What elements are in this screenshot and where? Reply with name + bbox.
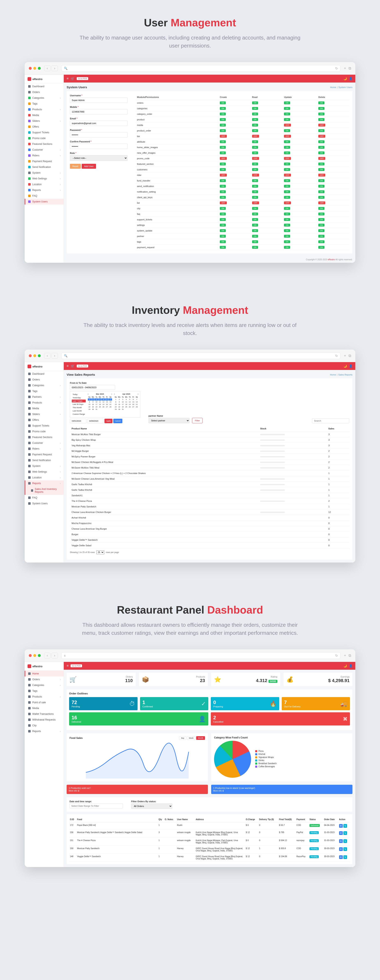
perm-toggle[interactable]: ON — [284, 213, 290, 215]
date-input[interactable] — [70, 385, 115, 390]
view-icon[interactable]: 👁 — [339, 824, 343, 828]
perm-toggle[interactable]: ON — [284, 140, 290, 143]
forward-button[interactable]: › — [51, 653, 58, 659]
chart-tab[interactable]: Day — [179, 736, 186, 740]
calendar-day[interactable]: 26 — [128, 406, 131, 408]
calendar-day[interactable]: 9 — [91, 401, 95, 403]
calendar-day[interactable]: 12 — [128, 401, 131, 403]
perm-toggle[interactable]: ON — [284, 113, 290, 115]
edit-icon[interactable]: ✎ — [343, 839, 347, 843]
sidebar-item[interactable]: Web Settings› — [25, 176, 64, 181]
edit-icon[interactable]: ✎ — [343, 855, 347, 859]
perm-toggle[interactable]: ON — [318, 218, 324, 221]
calendar-day[interactable]: 29 — [88, 408, 91, 410]
sidebar-item[interactable]: Withdrawal Requests — [25, 717, 64, 722]
sidebar-item[interactable]: Home — [25, 671, 64, 676]
perm-toggle[interactable]: ON — [318, 207, 324, 210]
calendar-day[interactable]: 6 — [132, 398, 135, 401]
sidebar-item[interactable]: Products› — [25, 694, 64, 700]
date-range-preset[interactable]: Last 7 Days — [72, 399, 86, 402]
refresh-icon[interactable]: ↻ — [335, 67, 338, 70]
sidebar-item[interactable]: Send Notification — [25, 164, 64, 170]
perm-toggle[interactable]: OFF — [284, 173, 291, 177]
pos-badge[interactable]: Go to POS — [77, 77, 88, 80]
calendar-day[interactable]: 24 — [95, 406, 98, 408]
sidebar-item[interactable]: System Users — [25, 501, 64, 506]
perm-toggle[interactable]: OFF — [252, 173, 259, 177]
search-input[interactable] — [312, 418, 349, 423]
sidebar-item[interactable]: Offers — [25, 417, 64, 423]
sidebar-item[interactable]: Promo code — [25, 135, 64, 141]
perm-toggle[interactable]: ON — [318, 102, 324, 104]
maximize-icon[interactable] — [38, 654, 41, 657]
perm-toggle[interactable]: ON — [220, 190, 226, 193]
calendar-day[interactable]: 26 — [102, 406, 105, 408]
apply-button[interactable]: Apply — [105, 419, 113, 423]
perm-toggle[interactable]: OFF — [318, 135, 325, 138]
calendar-day[interactable]: 15 — [88, 403, 91, 406]
perm-toggle[interactable]: ON — [284, 196, 290, 199]
date-range-preset[interactable]: Today — [72, 393, 86, 396]
perm-toggle[interactable]: ON — [220, 113, 226, 115]
minimize-icon[interactable] — [33, 354, 36, 357]
outline-card[interactable]: 0Preparing🔥 — [211, 697, 279, 710]
calendar-day[interactable]: 2 — [91, 398, 95, 401]
sidebar-item[interactable]: System› — [25, 170, 64, 176]
calendar-day[interactable]: 22 — [114, 406, 118, 408]
confirm-input[interactable] — [70, 144, 127, 149]
calendar-day[interactable]: 8 — [88, 401, 91, 403]
sidebar-item[interactable]: Media — [25, 705, 64, 711]
calendar-day[interactable]: 8 — [114, 401, 118, 403]
calendar-day[interactable]: 3 — [95, 398, 98, 401]
date-range-preset[interactable]: This Month — [72, 406, 86, 409]
date-range-preset[interactable]: Custom Range — [72, 413, 86, 415]
perm-toggle[interactable]: ON — [318, 118, 324, 121]
tabs-icon[interactable]: ⧉ — [348, 354, 351, 358]
sidebar-item[interactable]: Payment Request — [25, 452, 64, 457]
calendar-day[interactable]: 19 — [102, 403, 105, 406]
perm-toggle[interactable]: OFF — [318, 157, 325, 160]
add-tab-icon[interactable]: + — [344, 654, 346, 658]
perm-toggle[interactable]: ON — [318, 107, 324, 110]
forward-button[interactable]: › — [51, 353, 58, 359]
calendar-day[interactable]: 31 — [95, 408, 98, 410]
perm-toggle[interactable]: ON — [284, 240, 290, 243]
perm-toggle[interactable]: ON — [252, 240, 258, 243]
calendar-day[interactable]: 7 — [135, 398, 138, 401]
perm-toggle[interactable]: ON — [252, 190, 258, 193]
close-icon[interactable] — [29, 67, 32, 70]
cal-to[interactable] — [87, 419, 103, 423]
perm-toggle[interactable]: ON — [252, 151, 258, 154]
perm-toggle[interactable]: ON — [284, 207, 290, 210]
sidebar-item[interactable]: Products› — [25, 107, 64, 112]
perm-toggle[interactable]: ON — [318, 246, 324, 249]
perm-toggle[interactable]: ON — [252, 179, 258, 182]
sidebar-item[interactable]: Orders — [25, 377, 64, 382]
soldout-alert[interactable]: 1 Product(s) sold out !More info ⊕ — [67, 785, 208, 794]
calendar-day[interactable]: 15 — [114, 403, 118, 406]
sidebar-item[interactable]: Location› — [25, 475, 64, 480]
view-icon[interactable]: 👁 — [339, 839, 343, 843]
edit-icon[interactable]: ✎ — [343, 824, 347, 828]
perm-toggle[interactable]: ON — [318, 224, 324, 226]
perm-toggle[interactable]: ON — [220, 207, 226, 210]
menu-icon[interactable]: ≡ — [67, 664, 68, 668]
perm-toggle[interactable]: ON — [252, 213, 258, 215]
sidebar-item[interactable]: Tags — [25, 688, 64, 694]
sidebar-item[interactable]: Partners› — [25, 394, 64, 400]
sidebar-item[interactable]: Customer› — [25, 440, 64, 446]
perm-toggle[interactable]: ON — [252, 162, 258, 165]
user-icon[interactable]: 👤 — [349, 77, 353, 80]
perm-toggle[interactable]: ON — [220, 246, 226, 249]
perm-toggle[interactable]: ON — [284, 229, 290, 232]
date-range-input[interactable] — [70, 803, 123, 808]
sidebar-item[interactable]: Orders — [25, 89, 64, 95]
sidebar-item[interactable]: Riders› — [25, 153, 64, 158]
perm-toggle[interactable]: ON — [318, 151, 324, 154]
perm-toggle[interactable]: ON — [220, 224, 226, 226]
sidebar-item[interactable]: Sliders› — [25, 411, 64, 417]
calendar-day[interactable]: 18 — [98, 403, 102, 406]
calendar-day[interactable]: 10 — [121, 401, 124, 403]
perm-toggle[interactable]: ON — [220, 218, 226, 221]
perm-toggle[interactable]: ON — [284, 168, 290, 171]
